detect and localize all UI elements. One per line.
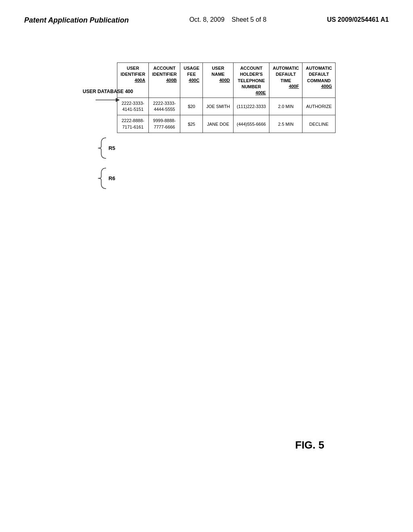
r6-account-id: 9999-8888-7777-6666: [149, 115, 180, 133]
col-code-400g: 400G: [306, 84, 332, 89]
r6-auto-time: 2.5 MIN: [269, 115, 302, 133]
patent-number: US 2009/0254461 A1: [327, 16, 389, 23]
r6-auto-command: DECLINE: [302, 115, 336, 133]
col-code-400c: 400C: [184, 78, 199, 83]
r5-usage-fee: $20: [180, 98, 203, 115]
r5-user-name: JOE SMITH: [203, 98, 234, 115]
figure-label: FIG. 5: [295, 439, 324, 451]
col-code-400e: 400E: [237, 90, 266, 95]
r5-user-id: 2222-3333-4141-5151: [117, 98, 149, 115]
col-code-400b: 400B: [152, 78, 177, 83]
r5-phone: (111)222-3333: [234, 98, 269, 115]
r5-account-id: 2222-3333-4444-5555: [149, 98, 180, 115]
publication-date: Oct. 8, 2009: [189, 16, 224, 23]
col-code-400a: 400A: [121, 78, 145, 83]
col-code-400d: 400D: [206, 78, 230, 83]
col-header-usage-fee: USAGEFEE 400C: [180, 63, 203, 98]
r6-phone: (444)555-6666: [234, 115, 269, 133]
db-arrow: [96, 96, 120, 104]
col-code-400f: 400F: [273, 84, 299, 89]
publication-title: Patent Application Publication: [24, 16, 129, 25]
r6-usage-fee: $25: [180, 115, 203, 133]
col-header-phone: ACCOUNTHOLDER'STELEPHONENUMBER 400E: [234, 63, 269, 98]
col-header-account-id: ACCOUNTIDENTIFIER 400B: [149, 63, 180, 98]
col-header-auto-time: AUTOMATICDEFAULTTIME 400F: [269, 63, 302, 98]
row-label-r6: R6: [95, 167, 115, 189]
table-row-r6: 2222-8888-7171-6161 9999-8888-7777-6666 …: [117, 115, 336, 133]
col-header-user-name: USERNAME 400D: [203, 63, 234, 98]
sheet-info: Sheet 5 of 8: [232, 16, 266, 23]
r5-auto-command: AUTHORIZE: [302, 98, 336, 115]
header-center: Oct. 8, 2009 Sheet 5 of 8: [189, 16, 266, 23]
row-label-r5: R5: [95, 137, 115, 159]
r5-auto-time: 2.0 MIN: [269, 98, 302, 115]
user-database-table: USERIDENTIFIER 400A ACCOUNTIDENTIFIER 40…: [117, 62, 336, 133]
r6-user-name: JANE DOE: [203, 115, 234, 133]
r6-user-id: 2222-8888-7171-6161: [117, 115, 149, 133]
col-header-user-id: USERIDENTIFIER 400A: [117, 63, 149, 98]
col-header-auto-command: AUTOMATICDEFAULTCOMMAND 400G: [302, 63, 336, 98]
table-row-r5: 2222-3333-4141-5151 2222-3333-4444-5555 …: [117, 98, 336, 115]
